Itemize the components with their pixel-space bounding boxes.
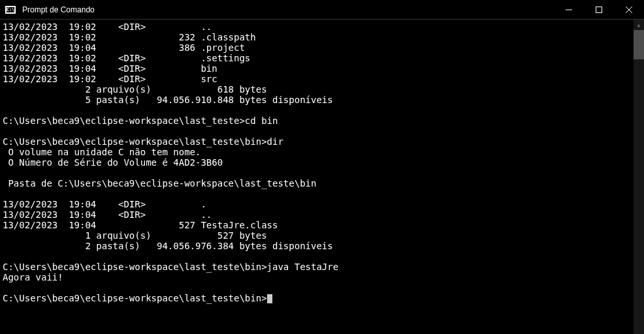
window-title: Prompt de Comando: [21, 5, 554, 14]
minimize-button[interactable]: [554, 0, 584, 19]
terminal-output[interactable]: 13/02/2023 19:02 <DIR> .. 13/02/2023 19:…: [0, 20, 634, 334]
window-controls: [554, 0, 644, 19]
close-button[interactable]: [614, 0, 644, 19]
maximize-button[interactable]: [584, 0, 614, 19]
vertical-scrollbar[interactable]: ▲: [634, 20, 644, 334]
cmd-icon: C:\: [5, 6, 16, 14]
cmd-icon-label: C:\: [7, 7, 15, 12]
svg-rect-1: [596, 7, 602, 12]
cursor: [267, 294, 272, 303]
titlebar[interactable]: C:\ Prompt de Comando: [0, 0, 644, 20]
scroll-up-button[interactable]: ▲: [634, 20, 644, 30]
content-area: 13/02/2023 19:02 <DIR> .. 13/02/2023 19:…: [0, 20, 644, 334]
scrollbar-thumb[interactable]: [634, 30, 644, 59]
